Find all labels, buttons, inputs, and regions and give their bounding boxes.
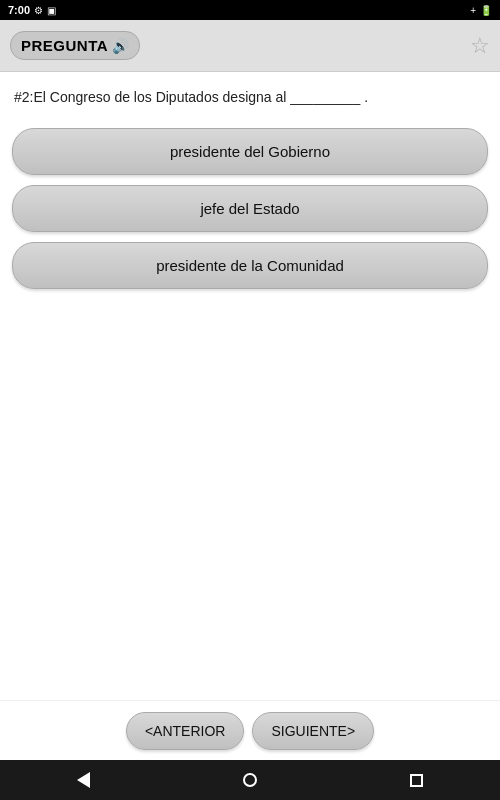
pregunta-badge: PREGUNTA 🔊: [10, 31, 140, 60]
status-bar: 7:00 ⚙ ▣ + 🔋: [0, 0, 500, 20]
answer-button-2[interactable]: jefe del Estado: [12, 185, 488, 232]
status-bar-right: + 🔋: [470, 5, 492, 16]
status-bar-left: 7:00 ⚙ ▣: [8, 4, 56, 16]
recents-button[interactable]: [399, 762, 435, 798]
anterior-button[interactable]: <ANTERIOR: [126, 712, 245, 750]
home-button[interactable]: [232, 762, 268, 798]
status-time: 7:00: [8, 4, 30, 16]
system-nav-bar: [0, 760, 500, 800]
question-text: #2:El Congreso de los Diputados designa …: [12, 88, 488, 108]
back-button[interactable]: [65, 762, 101, 798]
battery-icon: 🔋: [480, 5, 492, 16]
speaker-icon[interactable]: 🔊: [112, 38, 129, 54]
header-bar: PREGUNTA 🔊 ☆: [0, 20, 500, 72]
answer-button-1[interactable]: presidente del Gobierno: [12, 128, 488, 175]
pregunta-label: PREGUNTA: [21, 37, 108, 54]
signal-icon: +: [470, 5, 476, 16]
settings-icon: ⚙: [34, 5, 43, 16]
answer-button-3[interactable]: presidente de la Comunidad: [12, 242, 488, 289]
bottom-nav: <ANTERIOR SIGUIENTE>: [0, 700, 500, 760]
siguiente-button[interactable]: SIGUIENTE>: [252, 712, 374, 750]
main-content: #2:El Congreso de los Diputados designa …: [0, 72, 500, 700]
star-icon[interactable]: ☆: [470, 33, 490, 59]
sim-icon: ▣: [47, 5, 56, 16]
